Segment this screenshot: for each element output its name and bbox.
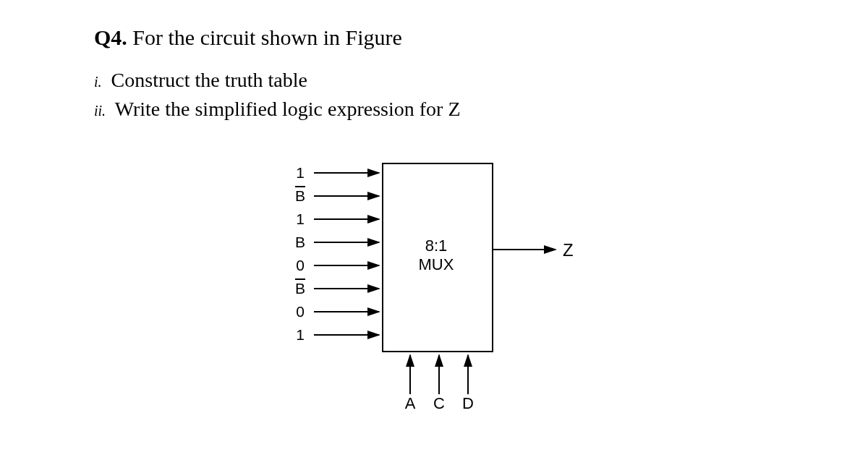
subquestion-i-roman: i. [94, 74, 102, 90]
subquestion-i: i. Construct the truth table [94, 69, 307, 92]
subquestion-i-text: Construct the truth table [111, 69, 307, 91]
question-prompt: For the circuit shown in Figure [132, 25, 401, 49]
wires-svg [289, 156, 622, 423]
circuit-diagram: 8:1 MUX 1 B 1 B 0 B 0 1 A C D Z [289, 156, 622, 423]
question-number: Q4. [94, 25, 127, 49]
subquestion-ii: ii. Write the simplified logic expressio… [94, 98, 460, 121]
page: Q4. For the circuit shown in Figure i. C… [0, 0, 868, 468]
question-header: Q4. For the circuit shown in Figure [94, 25, 402, 50]
subquestion-ii-text: Write the simplified logic expression fo… [115, 98, 461, 120]
subquestion-ii-roman: ii. [94, 103, 106, 119]
